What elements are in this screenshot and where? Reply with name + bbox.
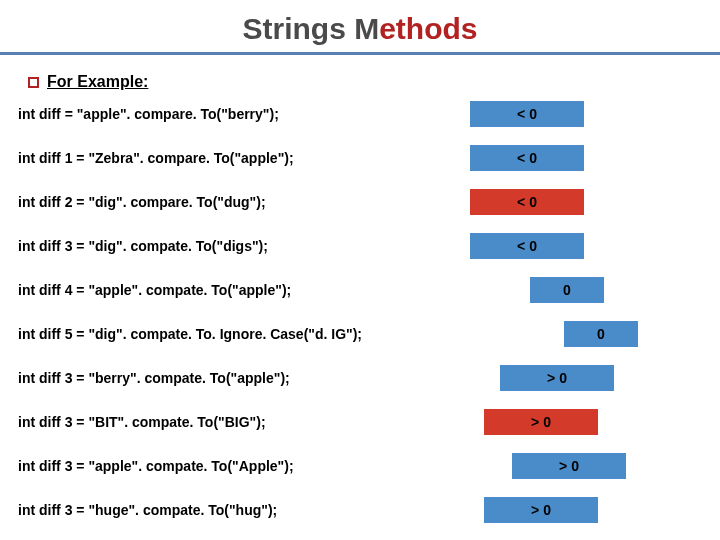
result-tag: 0 <box>530 277 604 303</box>
code-row: int diff 3 = "huge". compate. To("hug");… <box>0 495 720 525</box>
title-part-b: ethods <box>379 12 477 45</box>
code-text: int diff = "apple". compare. To("berry")… <box>18 106 279 122</box>
result-tag: > 0 <box>484 409 598 435</box>
result-tag: > 0 <box>484 497 598 523</box>
code-row: int diff 5 = "dig". compate. To. Ignore.… <box>0 319 720 349</box>
code-row: int diff 3 = "dig". compate. To("digs");… <box>0 231 720 261</box>
code-text: int diff 1 = "Zebra". compare. To("apple… <box>18 150 294 166</box>
example-heading: For Example: <box>0 73 720 97</box>
code-text: int diff 4 = "apple". compate. To("apple… <box>18 282 291 298</box>
title-part-a: Strings M <box>242 12 379 45</box>
code-row: int diff 3 = "berry". compate. To("apple… <box>0 363 720 393</box>
result-tag: 0 <box>564 321 638 347</box>
result-tag: > 0 <box>500 365 614 391</box>
code-row: int diff 2 = "dig". compare. To("dug");<… <box>0 187 720 217</box>
square-bullet-icon <box>28 77 39 88</box>
result-tag: > 0 <box>512 453 626 479</box>
code-row: int diff 4 = "apple". compate. To("apple… <box>0 275 720 305</box>
page-title: Strings Methods <box>0 12 720 46</box>
code-row: int diff 3 = "apple". compate. To("Apple… <box>0 451 720 481</box>
code-row: int diff 3 = "BIT". compate. To("BIG");>… <box>0 407 720 437</box>
code-text: int diff 3 = "BIT". compate. To("BIG"); <box>18 414 266 430</box>
code-text: int diff 3 = "apple". compate. To("Apple… <box>18 458 294 474</box>
example-label: For Example: <box>47 73 148 91</box>
code-row: int diff = "apple". compare. To("berry")… <box>0 99 720 129</box>
code-text: int diff 5 = "dig". compate. To. Ignore.… <box>18 326 362 342</box>
code-text: int diff 2 = "dig". compare. To("dug"); <box>18 194 266 210</box>
title-underline <box>0 52 720 55</box>
code-text: int diff 3 = "huge". compate. To("hug"); <box>18 502 277 518</box>
code-text: int diff 3 = "berry". compate. To("apple… <box>18 370 290 386</box>
result-tag: < 0 <box>470 233 584 259</box>
result-tag: < 0 <box>470 145 584 171</box>
code-text: int diff 3 = "dig". compate. To("digs"); <box>18 238 268 254</box>
code-row: int diff 1 = "Zebra". compare. To("apple… <box>0 143 720 173</box>
result-tag: < 0 <box>470 101 584 127</box>
code-rows: int diff = "apple". compare. To("berry")… <box>0 97 720 539</box>
result-tag: < 0 <box>470 189 584 215</box>
